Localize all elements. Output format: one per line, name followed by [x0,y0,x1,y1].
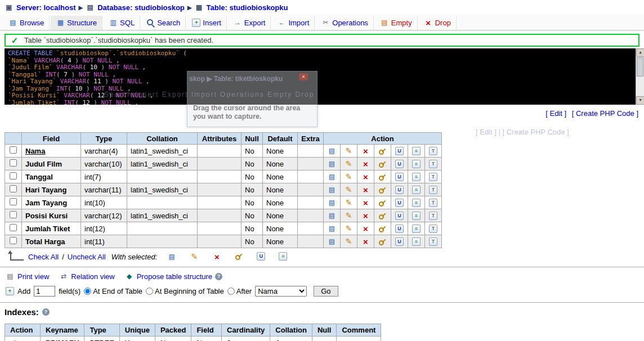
action-fulltext-button[interactable]: T [429,199,437,207]
action-unique-button[interactable]: U [395,173,404,181]
action-fulltext-button[interactable]: T [429,173,437,181]
action-primary-button[interactable] [378,199,387,207]
scrollbar-thumb[interactable] [637,57,643,77]
tab-sql[interactable]: ▥SQL [104,16,140,30]
create-php-code-link[interactable]: [ Create PHP Code ] [572,109,638,118]
action-index-button[interactable]: ≡ [412,199,421,207]
print-view-link[interactable]: Print view [17,272,49,281]
action-drop-button[interactable]: × [361,146,370,155]
action-fulltext-button[interactable]: T [429,212,437,220]
action-unique-button[interactable]: U [395,147,404,155]
add-field-count-input[interactable] [34,286,55,297]
check-all-link[interactable]: Check All [28,253,59,261]
tab-import[interactable]: ←Import [272,16,315,30]
action-change-button[interactable]: ✎ [345,185,354,194]
action-drop-button[interactable]: × [361,185,370,194]
action-unique-button[interactable]: U [395,225,404,233]
field-row-checkbox[interactable] [10,224,17,231]
tab-search[interactable]: Search [141,16,186,30]
index-drop-button[interactable]: × [24,339,33,341]
action-index-button[interactable]: ≡ [412,212,421,220]
action-index-button[interactable]: ≡ [412,160,421,168]
action-drop-button[interactable]: × [361,159,370,168]
breadcrumb-link[interactable]: Table: studiobioskopku [206,3,288,12]
propose-table-structure-link[interactable]: Propose table structure [137,272,212,281]
tab-empty[interactable]: ▤Empty [375,16,418,30]
tab-structure[interactable]: ▦Structure [51,16,102,30]
action-fulltext-button[interactable]: T [429,186,437,194]
action-index-button[interactable]: ≡ [412,186,421,194]
with-selected-change-button[interactable]: ✎ [190,252,199,261]
with-selected-unique-button[interactable]: U [257,252,265,261]
action-unique-button[interactable]: U [395,199,404,207]
field-row-checkbox[interactable] [10,146,17,154]
action-fulltext-button[interactable]: T [429,225,437,233]
field-row-checkbox[interactable] [10,159,17,167]
with-selected-index-button[interactable]: ≡ [279,252,287,261]
action-browse-button[interactable]: ▤ [328,185,337,194]
action-change-button[interactable]: ✎ [345,237,354,246]
relation-view-link[interactable]: Relation view [71,272,114,281]
field-row-checkbox[interactable] [10,198,17,205]
action-change-button[interactable]: ✎ [345,198,354,207]
action-unique-button[interactable]: U [395,237,404,246]
action-primary-button[interactable] [378,186,387,194]
action-change-button[interactable]: ✎ [345,211,354,220]
radio-at-end-of-table[interactable]: At End of Table [84,287,142,295]
radio-at-end-input[interactable] [84,288,91,295]
tab-operations[interactable]: ✂Operations [316,16,374,30]
action-browse-button[interactable]: ▤ [328,237,337,246]
action-change-button[interactable]: ✎ [345,159,354,168]
action-fulltext-button[interactable]: T [429,160,437,168]
index-change-button[interactable]: ✎ [12,339,21,341]
action-browse-button[interactable]: ▤ [328,211,337,220]
action-index-button[interactable]: ≡ [412,225,421,233]
after-field-select[interactable]: Nama [255,286,307,297]
action-index-button[interactable]: ≡ [412,237,421,246]
field-row-checkbox[interactable] [10,211,17,218]
action-fulltext-button[interactable]: T [429,147,437,155]
action-drop-button[interactable]: × [361,224,370,233]
tab-insert[interactable]: +Insert [187,16,227,30]
action-fulltext-button[interactable]: T [429,237,437,246]
tab-browse[interactable]: ▤Browse [3,16,50,30]
action-browse-button[interactable]: ▤ [328,198,337,207]
action-change-button[interactable]: ✎ [345,146,354,155]
action-primary-button[interactable] [378,147,387,155]
breadcrumb-link[interactable]: Server: localhost [16,3,76,12]
action-primary-button[interactable] [378,173,387,181]
action-index-button[interactable]: ≡ [412,173,421,181]
with-selected-primary-button[interactable] [235,252,243,261]
field-row-checkbox[interactable] [10,185,17,192]
scroll-down-arrow-icon[interactable]: ▼ [636,96,644,105]
action-drop-button[interactable]: × [361,172,370,181]
edit-query-link[interactable]: [ Edit ] [545,109,566,118]
radio-at-beginning-of-table[interactable]: At Beginning of Table [146,287,224,295]
action-unique-button[interactable]: U [395,186,404,194]
action-browse-button[interactable]: ▤ [328,224,337,233]
action-change-button[interactable]: ✎ [345,172,354,181]
action-primary-button[interactable] [378,225,387,233]
sql-scrollbar[interactable]: ▲ ▼ [636,48,644,105]
radio-at-beginning-input[interactable] [146,288,153,295]
with-selected-drop-button[interactable]: × [212,252,221,261]
field-row-checkbox[interactable] [10,172,17,180]
radio-after-input[interactable] [227,288,235,295]
action-drop-button[interactable]: × [361,237,370,246]
radio-after[interactable]: After [227,287,252,295]
go-button[interactable]: Go [314,286,338,297]
action-browse-button[interactable]: ▤ [328,159,337,168]
with-selected-browse-button[interactable]: ▤ [167,252,176,261]
action-drop-button[interactable]: × [361,211,370,220]
field-row-checkbox[interactable] [10,237,17,244]
uncheck-all-link[interactable]: Uncheck All [68,253,106,261]
action-change-button[interactable]: ✎ [345,224,354,233]
action-primary-button[interactable] [378,160,387,168]
tab-export[interactable]: →Export [228,16,271,30]
action-browse-button[interactable]: ▤ [328,146,337,155]
breadcrumb-link[interactable]: Database: studiobioskop [97,3,185,12]
action-index-button[interactable]: ≡ [412,147,421,155]
action-unique-button[interactable]: U [395,212,404,220]
action-drop-button[interactable]: × [361,198,370,207]
action-browse-button[interactable]: ▤ [328,172,337,181]
